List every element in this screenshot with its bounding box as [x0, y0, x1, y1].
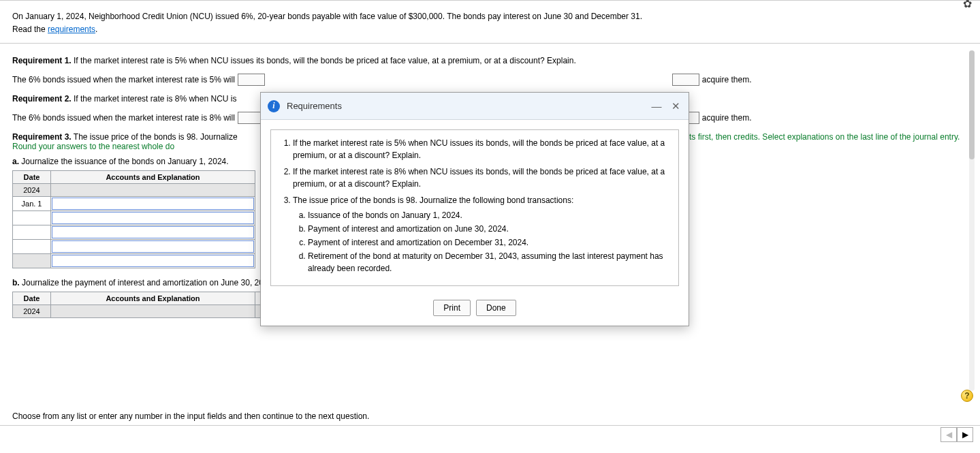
- req-item-3a: Issuance of the bonds on January 1, 2024…: [308, 209, 670, 221]
- scrollbar[interactable]: [969, 50, 975, 391]
- req2-label: Requirement 2.: [12, 94, 72, 104]
- req-item-3-text: The issue price of the bonds is 98. Jour…: [293, 196, 573, 205]
- info-icon: i: [268, 100, 280, 112]
- help-icon[interactable]: ?: [961, 390, 973, 402]
- next-button[interactable]: ▶: [957, 427, 973, 442]
- cell-empty: [51, 184, 255, 197]
- read-period: .: [95, 25, 97, 34]
- req2-line-a: The 6% bonds issued when the market inte…: [12, 113, 235, 123]
- done-button[interactable]: Done: [476, 300, 516, 316]
- acct-input-1[interactable]: [52, 198, 254, 210]
- print-button[interactable]: Print: [433, 300, 471, 316]
- acct-input-3[interactable]: [52, 226, 254, 238]
- cell-year-b: 2024: [13, 305, 51, 318]
- req1-label: Requirement 1.: [12, 56, 72, 65]
- cell-blank: [13, 211, 51, 225]
- modal-header[interactable]: i Requirements — ✕: [261, 93, 689, 120]
- req-item-1: If the market interest rate is 5% when N…: [293, 137, 670, 161]
- requirements-box: If the market interest rate is 5% when N…: [270, 129, 679, 286]
- prev-button[interactable]: ◀: [941, 427, 957, 442]
- req-item-3c: Payment of interest and amortization on …: [308, 236, 670, 249]
- req-item-3b: Payment of interest and amortization on …: [308, 223, 670, 235]
- cell-blank: [13, 225, 51, 240]
- footer-text: Choose from any list or enter any number…: [0, 405, 980, 425]
- req-item-3d: Retirement of the bond at maturity on De…: [308, 250, 670, 275]
- cell-jan1: Jan. 1: [13, 197, 51, 211]
- cell-blank: [13, 254, 51, 268]
- req3a-text: Journalize the issuance of the bonds on …: [19, 157, 229, 166]
- requirements-link[interactable]: requirements: [48, 25, 95, 34]
- req3-text: The issue price of the bonds is 98. Jour…: [72, 132, 238, 142]
- th-date: Date: [13, 171, 51, 184]
- req2-line-b: acquire them.: [702, 113, 752, 123]
- cell-blank: [13, 240, 51, 254]
- requirements-modal: i Requirements — ✕ If the market interes…: [260, 92, 689, 326]
- th-date-b: Date: [13, 292, 51, 305]
- req3-label: Requirement 3.: [12, 132, 72, 142]
- read-prefix: Read the: [12, 25, 48, 34]
- cell-year: 2024: [13, 184, 51, 197]
- intro-block: On January 1, 2024, Neighborhood Credit …: [0, 1, 980, 44]
- req-item-2: If the market interest rate is 8% when N…: [293, 166, 670, 190]
- intro-text: On January 1, 2024, Neighborhood Credit …: [12, 10, 968, 23]
- req1-dropdown-1[interactable]: [238, 74, 265, 86]
- journal-table-a: Date Accounts and Explanation 2024 Jan. …: [12, 170, 255, 268]
- th-accts-b: Accounts and Explanation: [51, 292, 255, 305]
- close-icon[interactable]: ✕: [669, 100, 682, 112]
- acct-input-5[interactable]: [52, 255, 254, 267]
- gear-icon[interactable]: ✿: [963, 0, 972, 10]
- req3b-label: b.: [12, 278, 20, 287]
- req1-line-b: acquire them.: [702, 75, 752, 84]
- req-item-3: The issue price of the bonds is 98. Jour…: [293, 194, 670, 275]
- req1-text: If the market interest rate is 5% when N…: [72, 56, 576, 65]
- req3a-label: a.: [12, 157, 19, 166]
- minimize-icon[interactable]: —: [650, 100, 663, 112]
- modal-title: Requirements: [287, 101, 644, 111]
- nav-bar: ◀ ▶: [0, 425, 980, 443]
- acct-input-2[interactable]: [52, 212, 254, 224]
- scrollbar-thumb[interactable]: [969, 50, 975, 159]
- req1-dropdown-2[interactable]: [672, 74, 699, 86]
- req2-text: If the market interest rate is 8% when N…: [72, 94, 237, 104]
- req1-line-a: The 6% bonds issued when the market inte…: [12, 75, 235, 84]
- acct-input-4[interactable]: [52, 240, 254, 253]
- th-accts: Accounts and Explanation: [51, 171, 255, 184]
- cell-empty-b: [51, 305, 255, 318]
- req3b-text: Journalize the payment of interest and a…: [20, 278, 275, 287]
